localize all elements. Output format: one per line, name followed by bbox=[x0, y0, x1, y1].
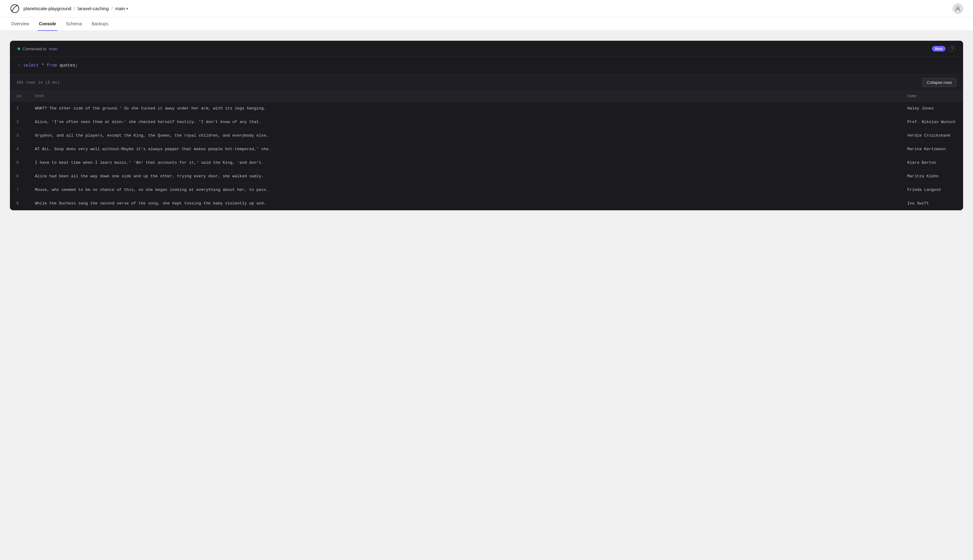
table-row: 5 I have to beat time when I learn music… bbox=[10, 156, 963, 170]
cell-id: 3 bbox=[10, 129, 29, 142]
tab-backups[interactable]: Backups bbox=[90, 17, 110, 31]
cell-text: Mouse, who seemed to be no chance of thi… bbox=[29, 183, 901, 197]
tab-console[interactable]: Console bbox=[38, 17, 57, 31]
connected-indicator: Connected to main bbox=[18, 47, 58, 51]
tab-schema[interactable]: Schema bbox=[65, 17, 83, 31]
sql-from-keyword: from bbox=[47, 63, 57, 68]
query-line: > select * from quotes; bbox=[10, 57, 963, 74]
cell-text: Alice had been all the way down one side… bbox=[29, 170, 901, 183]
table-row: 6 Alice had been all the way down one si… bbox=[10, 170, 963, 183]
table-header-row: id text name bbox=[10, 91, 963, 102]
table-header: id text name bbox=[10, 91, 963, 102]
cell-text: AT ALL. Soup does very well without—Mayb… bbox=[29, 142, 901, 156]
cell-id: 4 bbox=[10, 142, 29, 156]
connected-branch[interactable]: main bbox=[49, 47, 57, 51]
cell-id: 2 bbox=[10, 115, 29, 129]
col-header-text: text bbox=[29, 91, 901, 102]
cell-name: Verdie Cruickshank bbox=[901, 129, 963, 142]
results-toolbar: 101 rows in (5 ms) Collapse rows bbox=[10, 74, 963, 91]
sql-table-name: quotes; bbox=[60, 63, 78, 68]
console-panel: Connected to main Beta ? > select * from… bbox=[10, 41, 963, 210]
cell-id: 6 bbox=[10, 170, 29, 183]
topbar: planetscale-playground / laravel-caching… bbox=[0, 0, 973, 17]
table-row: 4 AT ALL. Soup does very well without—Ma… bbox=[10, 142, 963, 156]
cell-text: WHAT? The other side of the ground.' So … bbox=[29, 102, 901, 115]
table-row: 1 WHAT? The other side of the ground.' S… bbox=[10, 102, 963, 115]
tab-overview[interactable]: Overview bbox=[10, 17, 30, 31]
cell-id: 8 bbox=[10, 197, 29, 210]
table-body: 1 WHAT? The other side of the ground.' S… bbox=[10, 102, 963, 210]
cell-text: Gryphon, and all the players, except the… bbox=[29, 129, 901, 142]
cell-name: Kiara Barton bbox=[901, 156, 963, 170]
cell-id: 7 bbox=[10, 183, 29, 197]
cell-text: I have to beat time when I learn music.'… bbox=[29, 156, 901, 170]
cell-id: 5 bbox=[10, 156, 29, 170]
connected-label: Connected to bbox=[23, 47, 46, 51]
table-row: 8 While the Duchess sang the second vers… bbox=[10, 197, 963, 210]
row-count: 101 rows in (5 ms) bbox=[17, 80, 60, 85]
planetscale-logo bbox=[10, 4, 20, 13]
topbar-left: planetscale-playground / laravel-caching… bbox=[10, 4, 128, 13]
cell-name: Marina Kertzmann bbox=[901, 142, 963, 156]
query-prompt: > bbox=[18, 63, 20, 68]
tab-nav: Overview Console Schema Backups bbox=[0, 17, 973, 31]
cell-name: Prof. Nikolas Wunsch bbox=[901, 115, 963, 129]
cell-name: Frieda Langosh bbox=[901, 183, 963, 197]
table-row: 2 Alice, 'I've often seen them at dinn—'… bbox=[10, 115, 963, 129]
page-body: Connected to main Beta ? > select * from… bbox=[0, 31, 973, 560]
cell-text: While the Duchess sang the second verse … bbox=[29, 197, 901, 210]
col-header-name: name bbox=[901, 91, 963, 102]
help-icon[interactable]: ? bbox=[949, 45, 955, 52]
project-name[interactable]: laravel-caching bbox=[78, 6, 109, 11]
sql-star: * bbox=[41, 63, 47, 68]
header-right: Beta ? bbox=[932, 45, 955, 52]
cell-name: Haley Jones bbox=[901, 102, 963, 115]
user-avatar[interactable] bbox=[953, 3, 963, 14]
org-name[interactable]: planetscale-playground bbox=[23, 6, 71, 11]
connection-status-dot bbox=[18, 47, 20, 50]
branch-selector[interactable]: main ▾ bbox=[115, 6, 129, 11]
breadcrumb-sep-1: / bbox=[74, 6, 75, 12]
breadcrumb: planetscale-playground / laravel-caching… bbox=[23, 6, 128, 12]
breadcrumb-sep-2: / bbox=[111, 6, 112, 12]
console-header: Connected to main Beta ? bbox=[10, 41, 963, 57]
branch-name: main bbox=[115, 6, 125, 11]
beta-badge: Beta bbox=[932, 46, 946, 52]
cell-name: Iva Swift bbox=[901, 197, 963, 210]
results-area: 101 rows in (5 ms) Collapse rows id text… bbox=[10, 74, 963, 210]
cell-name: Maritza Kiehn bbox=[901, 170, 963, 183]
table-row: 7 Mouse, who seemed to be no chance of t… bbox=[10, 183, 963, 197]
sql-query[interactable]: select * from quotes; bbox=[23, 63, 77, 68]
chevron-down-icon: ▾ bbox=[126, 7, 128, 11]
sql-select-keyword: select bbox=[23, 63, 38, 68]
results-table: id text name 1 WHAT? The other side of t… bbox=[10, 91, 963, 210]
collapse-rows-button[interactable]: Collapse rows bbox=[922, 78, 956, 87]
cell-text: Alice, 'I've often seen them at dinn—' s… bbox=[29, 115, 901, 129]
col-header-id: id bbox=[10, 91, 29, 102]
table-row: 3 Gryphon, and all the players, except t… bbox=[10, 129, 963, 142]
cell-id: 1 bbox=[10, 102, 29, 115]
